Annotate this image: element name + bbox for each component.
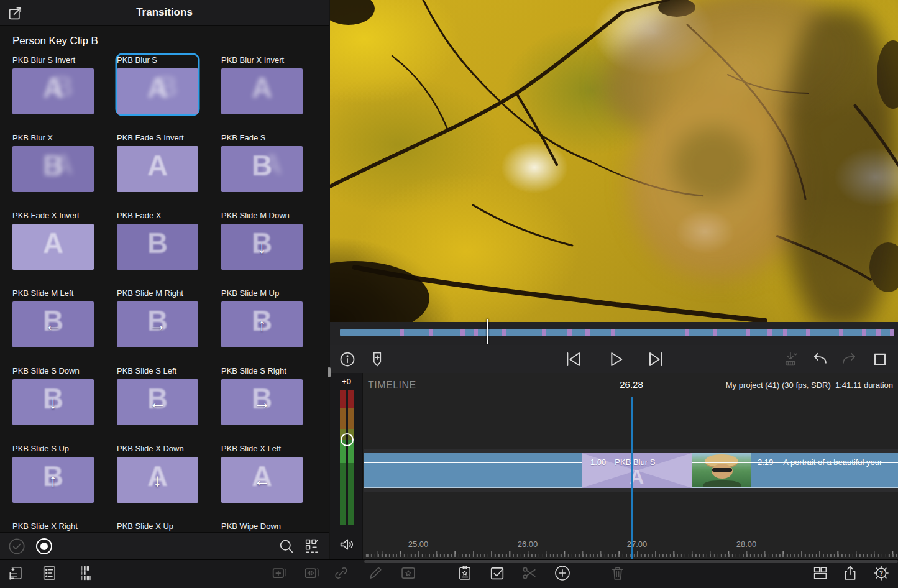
tile-thumbnail: B↑	[221, 301, 303, 347]
clip-b-label: 2.19A portrait of a beautiful your	[751, 453, 882, 487]
tile-arrow-icon: ↓	[221, 237, 303, 257]
transition-tile[interactable]: PKB Blur XAB	[12, 132, 94, 192]
timeline-transition-clip[interactable]: 1.00PKB Blur S A	[582, 453, 692, 488]
timeline: +0 TIMELINE 26.28 My project (41) (30 fp…	[330, 373, 898, 559]
audio-levels-button[interactable]	[77, 564, 94, 584]
transition-tile[interactable]: PKB Blur SBA	[117, 55, 198, 114]
transition-tile[interactable]: PKB Slide X DownA↓	[117, 443, 198, 503]
transition-tile[interactable]: PKB Slide X LeftA←	[221, 443, 303, 503]
add-transition-button[interactable]	[303, 564, 320, 584]
share-export-button[interactable]	[841, 564, 859, 584]
scrubber-clip-segment	[572, 329, 585, 336]
help-question-glyph: ?	[879, 569, 883, 576]
transition-tile[interactable]: PKB Slide M LeftB←	[12, 288, 94, 347]
scrubber-clip-segment	[404, 329, 429, 336]
redo-button[interactable]	[841, 351, 858, 368]
add-title-clip-button[interactable]	[270, 564, 288, 584]
delete-clip-button[interactable]	[609, 564, 626, 584]
tile-arrow-icon: ↑	[12, 471, 94, 490]
add-marker-button[interactable]	[369, 351, 386, 368]
preview-transition-button[interactable]	[34, 537, 54, 556]
transition-tile[interactable]: PKB Blur X InvertA	[221, 55, 303, 114]
skip-to-previous-button[interactable]	[563, 349, 583, 369]
ruler-time-label: 27.00	[627, 540, 648, 549]
transition-tile[interactable]: PKB Slide M DownB↓	[221, 210, 303, 270]
timeline-clip-a[interactable]	[364, 453, 582, 488]
marker-add-icon	[369, 351, 386, 368]
confirm-selection-button[interactable]	[7, 537, 27, 556]
undo-button[interactable]	[811, 351, 828, 368]
mute-button[interactable]	[338, 536, 355, 556]
multi-select-button[interactable]	[488, 564, 506, 584]
clip-info-button[interactable]	[339, 351, 356, 368]
edit-clip-button[interactable]	[367, 564, 384, 584]
tile-label: PKB Wipe Down	[221, 521, 303, 532]
scrubber-transition-segment	[460, 329, 465, 336]
tile-thumbnail: B↓	[12, 379, 94, 425]
view-options-button[interactable]	[302, 537, 322, 556]
scrubber-transition-segment	[767, 329, 772, 336]
scrubber-transition-segment	[713, 329, 717, 336]
transition-tile[interactable]: PKB Slide S DownB↓	[12, 365, 94, 425]
add-clip-button[interactable]	[554, 564, 571, 584]
timeline-label: TIMELINE	[368, 380, 416, 391]
play-icon	[606, 349, 626, 369]
timeline-horizontal-scrollbar[interactable]	[364, 560, 898, 563]
scrubber-transition-segment	[783, 329, 787, 336]
record-circle-icon	[36, 538, 52, 554]
volume-rubber-band[interactable]	[364, 462, 582, 463]
tile-thumbnail: AB	[12, 146, 94, 192]
tile-thumbnail: A↓	[117, 457, 198, 503]
stop-fullscreen-button[interactable]	[871, 351, 889, 368]
grid-view-icon	[303, 538, 321, 555]
preview-scrubber[interactable]	[340, 329, 894, 336]
ruler-time-label: 26.00	[518, 540, 538, 549]
clip-effects-button[interactable]	[400, 564, 417, 584]
media-library-button[interactable]	[7, 564, 24, 584]
timeline-clip-b[interactable]: 2.19A portrait of a beautiful your	[692, 453, 898, 488]
transition-tile[interactable]: PKB Wipe DownA	[221, 521, 303, 532]
transition-tile[interactable]: PKB Fade XB	[117, 210, 198, 270]
settings-help-button[interactable]: ?	[873, 564, 890, 584]
transition-tile[interactable]: PKB Slide X RightA	[12, 521, 94, 532]
tile-arrow-icon: ←	[117, 393, 198, 413]
scrubber-clip-segment	[590, 329, 611, 336]
transition-tile[interactable]: PKB Slide M UpB↑	[221, 288, 303, 347]
tile-label: PKB Blur S	[117, 55, 198, 66]
transition-tile[interactable]: PKB Fade S InvertA	[117, 132, 198, 192]
panel-resize-handle[interactable]	[328, 367, 331, 377]
transition-tile[interactable]: PKB Slide S RightB→	[221, 365, 303, 425]
scrubber-transition-segment	[839, 329, 843, 336]
scrubber-playhead[interactable]	[487, 319, 488, 344]
scrubber-clip-segment	[810, 329, 839, 336]
split-clip-button[interactable]	[521, 564, 538, 584]
transition-tile[interactable]: PKB Slide X UpA	[117, 521, 198, 532]
scrubber-clip-segment	[866, 329, 876, 336]
info-icon	[339, 351, 356, 368]
timeline-playhead[interactable]	[631, 397, 633, 559]
star-frame-icon	[400, 564, 417, 582]
volume-knob[interactable]	[341, 433, 354, 446]
transition-tile[interactable]: PKB Slide S UpB↑	[12, 443, 94, 503]
transition-tile[interactable]: PKB Fade X InvertA	[12, 210, 94, 270]
transition-tile[interactable]: PKB Slide S LeftB←	[117, 365, 198, 425]
play-button[interactable]	[606, 349, 626, 369]
transition-name: PKB Blur S	[615, 457, 655, 467]
scrubber-transition-segment	[429, 329, 433, 336]
sources-list-button[interactable]	[41, 564, 58, 584]
project-info: My project (41) (30 fps, SDR) 1:41.11 du…	[726, 380, 893, 390]
transition-tile[interactable]: PKB Fade SAB	[221, 132, 303, 192]
search-button[interactable]	[277, 537, 296, 556]
paste-attributes-button[interactable]	[456, 564, 474, 584]
link-clips-button[interactable]	[332, 564, 350, 584]
tile-thumbnail: BA	[117, 68, 198, 114]
tile-label: PKB Slide M Down	[221, 210, 303, 221]
transition-tile[interactable]: PKB Slide M RightB→	[117, 288, 198, 347]
tile-label: PKB Slide X Down	[117, 443, 198, 454]
skip-to-next-button[interactable]	[646, 349, 666, 369]
tile-label: PKB Slide M Left	[12, 288, 94, 299]
layout-switcher-button[interactable]	[812, 564, 829, 584]
insert-to-timeline-button[interactable]	[782, 351, 800, 368]
transition-tile[interactable]: PKB Blur S InvertBA	[12, 55, 94, 114]
volume-rubber-band[interactable]	[692, 462, 898, 463]
